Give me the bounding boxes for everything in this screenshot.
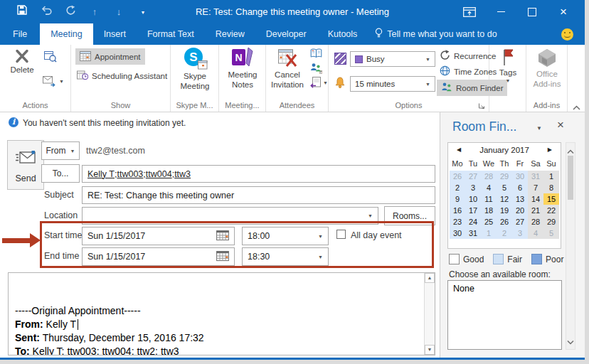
office-addins-button[interactable]: Office Add-ins (528, 48, 566, 89)
calendar-day[interactable]: 30 (450, 228, 465, 239)
tab-review[interactable]: Review (205, 23, 255, 45)
calendar-day[interactable]: 31 (528, 171, 543, 182)
tab-meeting[interactable]: Meeting (40, 23, 92, 45)
options-dialog-launcher-icon[interactable] (478, 100, 485, 112)
calendar-day[interactable]: 23 (450, 216, 465, 228)
check-names-icon[interactable]: @ (310, 63, 322, 77)
scroll-up-icon[interactable]: ▲ (425, 273, 435, 283)
delete-button[interactable]: Delete (6, 49, 38, 74)
forward-button[interactable]: ▼ (43, 76, 64, 87)
from-button[interactable]: From ▼ (41, 141, 80, 160)
calendar-day[interactable]: 4 (528, 228, 543, 239)
recipient[interactable]: Kelly T (87, 169, 115, 179)
panel-scroll-thumb[interactable] (568, 156, 573, 200)
tab-insert[interactable]: Insert (93, 23, 137, 45)
room-list[interactable]: None (447, 280, 562, 350)
calendar-day[interactable]: 27 (465, 171, 481, 182)
tab-kutools[interactable]: Kutools (317, 23, 368, 45)
calendar-day[interactable]: 2 (450, 182, 465, 193)
calendar-day[interactable]: 7 (528, 182, 543, 193)
calendar-day[interactable]: 5 (497, 182, 512, 193)
calendar-day[interactable]: 17 (465, 205, 481, 216)
start-time-caret[interactable]: ▼ (318, 234, 323, 239)
calendar-day[interactable]: 6 (512, 182, 528, 193)
tab-format-text[interactable]: Format Text (137, 23, 205, 45)
calendar-day[interactable]: 13 (512, 193, 528, 205)
room-finder-menu-caret[interactable]: ▼ (536, 125, 542, 132)
recipient[interactable]: ttw004 (146, 169, 172, 179)
calendar-day[interactable]: 1 (481, 228, 497, 239)
rooms-button[interactable]: Rooms... (384, 206, 435, 225)
message-body[interactable]: -----Original Appointment-----From: Kell… (8, 272, 435, 355)
calendar-day[interactable]: 12 (497, 193, 512, 205)
location-field[interactable]: ▼ (82, 207, 378, 225)
end-date-picker-icon[interactable] (216, 250, 229, 264)
cancel-invitation-button[interactable]: Cancel Invitation (267, 47, 307, 90)
start-time-field[interactable]: 18:00 ▼ (242, 227, 329, 245)
calendar-day[interactable]: 8 (543, 182, 559, 193)
calendar-day[interactable]: 5 (543, 228, 559, 239)
location-caret[interactable]: ▼ (368, 213, 373, 218)
calendar-day[interactable]: 16 (450, 205, 465, 216)
recurrence-button[interactable]: Recurrence (440, 50, 496, 62)
calendar-day[interactable]: 26 (497, 216, 512, 228)
calendar-day[interactable]: 28 (481, 171, 497, 182)
time-zones-button[interactable]: Time Zones (440, 65, 497, 77)
calendar-day[interactable]: 15 (543, 193, 559, 205)
calendar-day[interactable]: 29 (543, 216, 559, 228)
calendar-day[interactable]: 10 (465, 193, 481, 205)
tags-button[interactable]: Tags ▼ (492, 48, 524, 83)
show-as-dropdown[interactable]: Busy ▼ (350, 51, 435, 67)
panel-scroll-down-icon[interactable] (567, 335, 574, 348)
reminder-dropdown[interactable]: 15 minutes ▼ (350, 76, 435, 92)
room-list-item[interactable]: None (453, 284, 556, 294)
address-book-icon[interactable] (310, 48, 322, 61)
calendar-day[interactable]: 30 (512, 171, 528, 182)
maximize-button[interactable] (516, 0, 548, 23)
appointment-button[interactable]: Appointment (75, 48, 145, 65)
collapse-ribbon-icon[interactable] (573, 100, 580, 113)
start-date-field[interactable]: Sun 1/15/2017 (82, 227, 235, 245)
calendar-day[interactable]: 4 (481, 182, 497, 193)
calendar-day[interactable]: 26 (450, 171, 465, 182)
tab-file[interactable]: File (0, 23, 40, 45)
start-date-picker-icon[interactable] (216, 230, 229, 243)
response-options-caret[interactable]: ▼ (323, 80, 328, 85)
calendar-day[interactable]: 28 (528, 216, 543, 228)
calendar-day[interactable]: 25 (481, 216, 497, 228)
calendar-day[interactable]: 1 (543, 171, 559, 182)
recipient[interactable]: ttw3 (174, 169, 191, 179)
end-time-field[interactable]: 18:30 ▼ (242, 247, 329, 266)
show-as-caret[interactable]: ▼ (425, 57, 430, 62)
calendar-day[interactable]: 24 (465, 216, 481, 228)
calendar-day[interactable]: 27 (512, 216, 528, 228)
skype-meeting-button[interactable]: S Skype Meeting (174, 47, 216, 91)
copy-to-calendar-icon[interactable] (44, 50, 57, 65)
body-scrollbar[interactable]: ▲ ▼ (424, 273, 435, 355)
recipient[interactable]: ttw003 (117, 169, 143, 179)
calendar-day[interactable]: 14 (528, 193, 543, 205)
calendar-day[interactable]: 20 (512, 205, 528, 216)
end-date-field[interactable]: Sun 1/15/2017 (82, 247, 235, 266)
calendar-next-icon[interactable]: ▶ (548, 146, 552, 153)
all-day-checkbox[interactable] (336, 230, 346, 239)
ribbon-display-options-icon[interactable] (454, 0, 485, 23)
tell-me-box[interactable]: Tell me what you want to do (368, 23, 504, 45)
panel-scrollbar[interactable] (566, 142, 575, 350)
response-options-button[interactable]: ▼ (310, 77, 328, 89)
meeting-notes-button[interactable]: N Meeting Notes (221, 47, 264, 90)
scheduling-assistant-button[interactable]: Scheduling Assistant (77, 70, 167, 82)
calendar-day[interactable]: 22 (543, 205, 559, 216)
subject-field[interactable]: RE: Test: Change this meeting owner (82, 186, 435, 204)
calendar-day[interactable]: 3 (512, 228, 528, 239)
send-button[interactable]: Send (7, 140, 44, 190)
close-button[interactable]: × (548, 0, 579, 23)
calendar-day[interactable]: 11 (481, 193, 497, 205)
minimize-button[interactable] (485, 0, 516, 23)
calendar-day[interactable]: 21 (528, 205, 543, 216)
reminder-caret[interactable]: ▼ (425, 82, 430, 87)
room-finder-close-icon[interactable]: × (557, 118, 564, 132)
calendar-day[interactable]: 19 (497, 205, 512, 216)
end-time-caret[interactable]: ▼ (318, 255, 323, 259)
scroll-down-icon[interactable]: ▼ (425, 345, 435, 355)
